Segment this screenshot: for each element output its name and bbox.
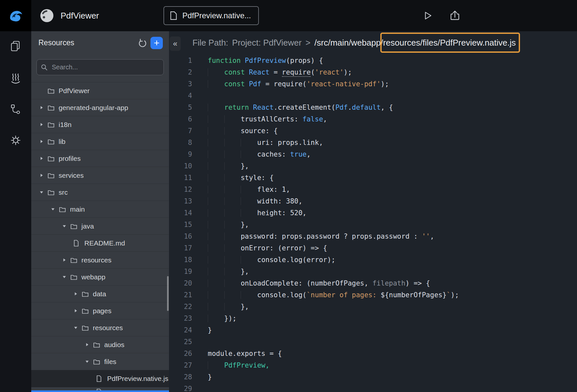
file-path-bar: File Path: Project: PdfViewer > /src/mai… (169, 31, 577, 54)
line-number: 1 (169, 55, 192, 66)
code-editor[interactable]: 1function PdfPreview(props) {2 const Rea… (169, 54, 577, 392)
steam-icon[interactable] (9, 72, 22, 85)
line-number: 11 (169, 172, 192, 184)
line-number: 27 (169, 359, 192, 371)
chevron-down-icon[interactable] (50, 207, 59, 212)
file-icon (73, 240, 83, 247)
line-number: 8 (169, 137, 192, 148)
tree-item-pdfpreview-native-js[interactable]: PdfPreview.native.js (31, 370, 169, 387)
line-number: 28 (169, 371, 192, 383)
line-number: 14 (169, 207, 192, 219)
tree-item-data[interactable]: data (31, 286, 169, 302)
wave-logo-icon (6, 6, 25, 25)
folder-icon (48, 172, 57, 179)
open-file-tab[interactable]: PdfPreview.native... (163, 6, 259, 25)
node-tree-icon[interactable] (9, 103, 22, 116)
tree-item-lib[interactable]: lib (31, 133, 169, 150)
code-line: 13 width: 380, (169, 195, 577, 207)
code-text: console.log(error); (208, 254, 335, 266)
tree-item-readme-md[interactable]: README.md (31, 235, 169, 252)
pages-icon[interactable] (9, 39, 22, 52)
folder-icon (48, 155, 57, 162)
folder-icon (82, 291, 91, 297)
sidebar-title: Resources (38, 38, 74, 47)
code-line: 28} (169, 371, 577, 383)
chevron-right-icon[interactable] (39, 156, 48, 161)
chevron-right-icon[interactable] (39, 139, 48, 144)
tree-item-main[interactable]: main (31, 201, 169, 218)
line-number: 2 (169, 66, 192, 78)
chevron-right-icon[interactable] (85, 342, 93, 347)
gear-icon[interactable] (9, 134, 22, 147)
code-line: 10 }, (169, 160, 577, 172)
tree-item-pdfviewer[interactable]: PdfViewer (31, 82, 169, 99)
tree-item-label: README.md (84, 239, 125, 247)
folder-icon (93, 358, 103, 365)
code-text: PdfPreview, (208, 359, 270, 371)
tree-item-generated-angular-app[interactable]: generated-angular-app (31, 99, 169, 116)
play-icon[interactable] (421, 9, 435, 22)
chevron-down-icon[interactable] (62, 274, 70, 279)
line-number: 7 (169, 125, 192, 137)
export-icon[interactable] (448, 9, 462, 22)
code-text: return React.createElement(Pdf.default, … (208, 102, 393, 113)
tree-item-resources[interactable]: resources (31, 319, 169, 336)
search-input[interactable] (51, 63, 160, 71)
code-text: const React = require('react'); (208, 66, 352, 78)
chevron-right-icon[interactable] (39, 122, 48, 127)
code-line: 27 PdfPreview, (169, 359, 577, 371)
code-text: style: { (208, 172, 274, 184)
tree-item-audios[interactable]: audios (31, 336, 169, 353)
tree-item-label: profiles (59, 155, 81, 162)
chevron-down-icon[interactable] (73, 325, 82, 330)
tree-item-java[interactable]: java (31, 218, 169, 235)
code-text: trustAllCerts: false, (208, 113, 327, 125)
tree-item-webapp[interactable]: webapp (31, 269, 169, 286)
chevron-right-icon[interactable] (73, 308, 82, 313)
code-line: 22 }, (169, 301, 577, 313)
line-number: 13 (169, 195, 192, 207)
sidebar-scrollbar[interactable] (167, 276, 169, 311)
chevron-right-icon[interactable] (39, 105, 48, 110)
refresh-icon[interactable] (137, 38, 148, 49)
tree-item-services[interactable]: services (31, 167, 169, 184)
tree-item-profiles[interactable]: profiles (31, 150, 169, 167)
chevron-down-icon[interactable] (62, 224, 70, 229)
tree-item-files[interactable]: files (31, 353, 169, 370)
code-line: 20 onLoadComplete: (numberOfPages, filep… (169, 277, 577, 289)
search-box[interactable] (36, 59, 164, 75)
plus-icon: + (154, 37, 160, 49)
code-line: 19 }, (169, 266, 577, 277)
line-number: 6 (169, 113, 192, 125)
tree-item-pages[interactable]: pages (31, 302, 169, 319)
code-line: 5 return React.createElement(Pdf.default… (169, 102, 577, 113)
folder-icon (70, 274, 80, 280)
folder-icon (59, 206, 69, 213)
code-line: 2 const React = require('react'); (169, 66, 577, 78)
tree-item-label: services (59, 172, 84, 179)
tree-item-i18n[interactable]: i18n (31, 116, 169, 133)
tree-item-resources[interactable]: resources (31, 252, 169, 269)
code-text: const Pdf = require('react-native-pdf'); (208, 78, 389, 90)
code-line: 11 style: { (169, 172, 577, 184)
code-line: 17 onError: (error) => { (169, 242, 577, 254)
chevron-right-icon[interactable] (62, 258, 70, 262)
line-number: 23 (169, 313, 192, 324)
add-button[interactable]: + (150, 37, 163, 49)
tree-item-src[interactable]: src (31, 184, 169, 201)
code-text: } (208, 371, 212, 383)
tree-item-label: data (93, 290, 106, 298)
tree-item-label: lib (59, 138, 65, 146)
code-line: 18 console.log(error); (169, 254, 577, 266)
chevron-down-icon[interactable] (85, 359, 93, 364)
code-text: source: { (208, 125, 278, 137)
code-text: }, (208, 266, 249, 277)
tree-item-label: generated-angular-app (59, 104, 128, 112)
chevron-down-icon[interactable] (39, 190, 48, 195)
chevron-right-icon[interactable] (73, 291, 82, 296)
code-line: 14 height: 520, (169, 207, 577, 219)
chevron-right-icon[interactable] (39, 173, 48, 178)
folder-icon (48, 88, 57, 94)
collapse-sidebar-button[interactable]: « (170, 36, 181, 51)
line-number: 15 (169, 219, 192, 231)
